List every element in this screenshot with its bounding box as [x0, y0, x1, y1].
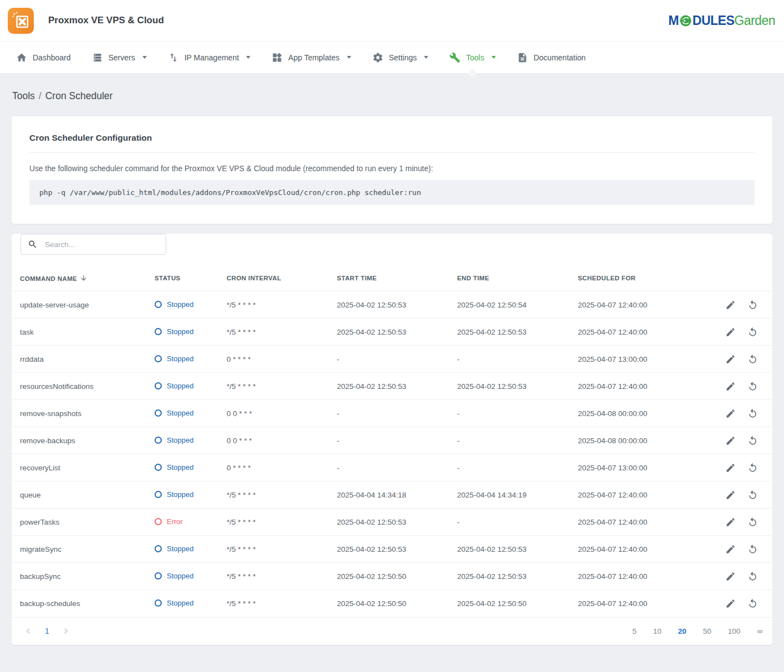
- edit-button[interactable]: [725, 435, 736, 446]
- status-ring-icon: [155, 328, 162, 335]
- page-size-option[interactable]: ∞: [757, 627, 762, 635]
- scheduled-for-cell: 2025-04-07 12:40:00: [578, 319, 708, 346]
- current-page-number[interactable]: 1: [45, 627, 49, 635]
- status-label: Error: [167, 517, 183, 526]
- restore-icon: [747, 300, 758, 310]
- nav-item-tools[interactable]: Tools: [439, 42, 506, 73]
- column-header-status[interactable]: STATUS: [155, 264, 227, 291]
- pencil-icon: [725, 490, 736, 500]
- search-input[interactable]: [44, 240, 159, 249]
- restore-icon: [747, 490, 758, 500]
- rerun-button[interactable]: [747, 490, 758, 500]
- modulesgarden-logo: M DULES Garden: [668, 13, 775, 28]
- column-header-command-name[interactable]: COMMAND NAME: [12, 264, 155, 291]
- column-header-end-time[interactable]: END TIME: [457, 264, 578, 291]
- edit-button[interactable]: [725, 598, 736, 609]
- nav-label: App Templates: [288, 53, 339, 62]
- edit-button[interactable]: [725, 381, 736, 392]
- pencil-icon: [725, 435, 736, 446]
- rerun-button[interactable]: [747, 408, 758, 419]
- status-cell: Stopped: [155, 481, 227, 509]
- edit-button[interactable]: [725, 327, 736, 337]
- end-time-cell: -: [457, 454, 578, 481]
- page-size-option[interactable]: 100: [728, 627, 741, 635]
- rerun-button[interactable]: [747, 517, 758, 527]
- scheduled-for-cell: 2025-04-07 13:00:00: [578, 454, 708, 481]
- cron-interval-cell: 0 0 * * *: [227, 400, 337, 427]
- rerun-button[interactable]: [747, 571, 758, 582]
- table-row: migrateSync Stopped */5 * * * * 2025-04-…: [12, 536, 772, 563]
- pencil-icon: [725, 463, 736, 473]
- table-row: remove-snapshots Stopped 0 0 * * * - - 2…: [12, 400, 772, 427]
- rerun-button[interactable]: [747, 435, 758, 446]
- column-header-start-time[interactable]: START TIME: [337, 264, 457, 291]
- edit-button[interactable]: [725, 300, 736, 310]
- nav-item-servers[interactable]: Servers: [81, 42, 157, 73]
- rerun-button[interactable]: [747, 598, 758, 609]
- widgets-icon: [271, 52, 283, 63]
- rerun-button[interactable]: [747, 327, 758, 337]
- column-header-scheduled-for[interactable]: SCHEDULED FOR: [578, 264, 708, 291]
- column-header-cron-interval[interactable]: CRON INTERVAL: [227, 264, 337, 291]
- chevron-down-icon: [491, 56, 496, 59]
- module-logo-icon: [8, 8, 34, 34]
- end-time-cell: 2025-04-02 12:50:53: [457, 536, 578, 563]
- restore-icon: [747, 327, 758, 337]
- end-time-cell: -: [457, 400, 578, 427]
- restore-icon: [747, 598, 758, 609]
- status-label: Stopped: [167, 436, 193, 444]
- previous-page-button[interactable]: [23, 625, 34, 637]
- edit-button[interactable]: [725, 517, 736, 527]
- status-badge: Stopped: [155, 355, 193, 363]
- restore-icon: [747, 517, 758, 527]
- edit-button[interactable]: [725, 463, 736, 473]
- rerun-button[interactable]: [747, 354, 758, 365]
- start-time-cell: -: [337, 346, 457, 373]
- edit-button[interactable]: [725, 490, 736, 500]
- actions-cell: [708, 427, 772, 454]
- column-header-actions: [708, 264, 772, 291]
- rerun-button[interactable]: [747, 463, 758, 473]
- cron-table: COMMAND NAME STATUS CRON INTERVAL START …: [12, 264, 772, 617]
- page-size-option[interactable]: 5: [632, 627, 637, 635]
- restore-icon: [747, 408, 758, 419]
- search-box: [21, 234, 166, 255]
- status-ring-icon: [155, 355, 162, 362]
- edit-button[interactable]: [725, 354, 736, 365]
- chevron-down-icon: [424, 56, 428, 59]
- nav-item-dashboard[interactable]: Dashboard: [6, 42, 81, 73]
- edit-button[interactable]: [725, 571, 736, 582]
- start-time-cell: 2025-04-04 14:34:18: [337, 481, 457, 509]
- page-size-option[interactable]: 20: [678, 627, 686, 635]
- rerun-button[interactable]: [747, 381, 758, 392]
- status-cell: Stopped: [155, 563, 227, 590]
- nav-item-documentation[interactable]: Documentation: [506, 42, 596, 73]
- breadcrumb-section[interactable]: Tools: [12, 90, 35, 101]
- status-cell: Stopped: [155, 590, 227, 617]
- start-time-cell: 2025-04-02 12:50:53: [337, 536, 457, 563]
- rerun-button[interactable]: [747, 544, 758, 555]
- cron-interval-cell: */5 * * * *: [227, 590, 337, 617]
- next-page-button[interactable]: [60, 625, 71, 637]
- status-badge: Stopped: [155, 572, 193, 580]
- breadcrumb-current: Cron Scheduler: [45, 90, 113, 101]
- edit-button[interactable]: [725, 408, 736, 419]
- page-size-options: 5102050100∞: [616, 627, 762, 635]
- page-size-option[interactable]: 50: [703, 627, 711, 635]
- page-size-option[interactable]: 10: [653, 627, 662, 635]
- gear-icon: [372, 52, 383, 63]
- nav-item-ip-management[interactable]: IP Management: [157, 42, 262, 73]
- command-name-cell: powerTasks: [12, 509, 155, 536]
- command-name-cell: recoveryList: [12, 454, 155, 481]
- status-label: Stopped: [167, 463, 193, 471]
- rerun-button[interactable]: [747, 300, 758, 310]
- status-cell: Stopped: [155, 400, 227, 427]
- status-badge: Stopped: [155, 436, 193, 444]
- start-time-cell: 2025-04-02 12:50:53: [337, 291, 457, 319]
- pencil-icon: [725, 571, 736, 582]
- nav-item-settings[interactable]: Settings: [362, 42, 439, 73]
- top-header: Proxmox VE VPS & Cloud M DULES Garden: [0, 0, 784, 42]
- nav-label: IP Management: [185, 53, 239, 62]
- edit-button[interactable]: [725, 544, 736, 555]
- nav-item-app-templates[interactable]: App Templates: [261, 42, 361, 73]
